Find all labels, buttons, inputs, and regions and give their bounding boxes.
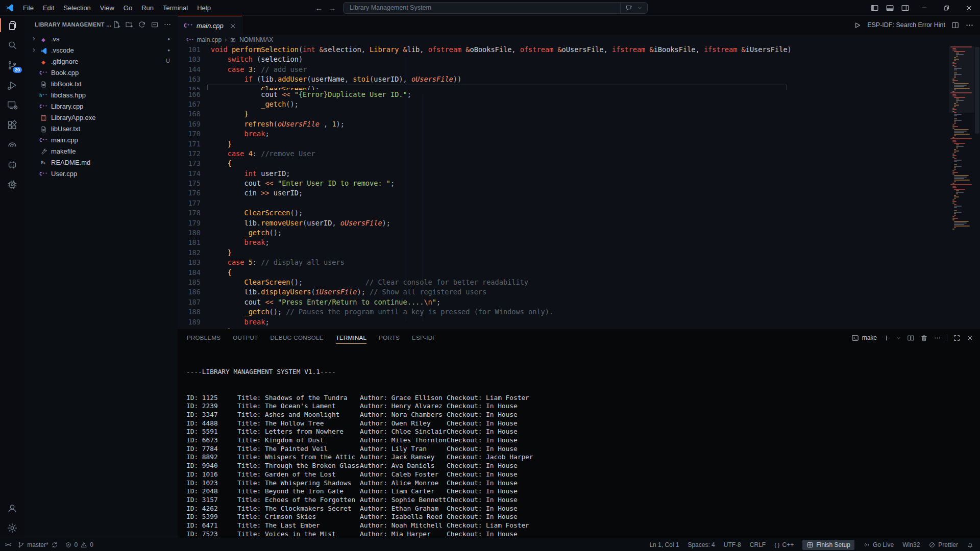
tree-item-user.cpp[interactable]: C⁺⁺User.cpp [24,168,178,180]
code-editor[interactable]: 101void performSelection(int &selection,… [178,45,950,332]
code-line-171[interactable]: 171 } [178,139,950,149]
tree-item-library.cpp[interactable]: C⁺⁺Library.cpp [24,101,178,112]
breadcrumb-symbol[interactable]: NOMINMAX [239,36,273,43]
menu-item-view[interactable]: View [95,1,119,15]
explorer-section-title[interactable]: LIBRARY MANAGEMENT ... [35,21,111,28]
panel-tab-esp-idf[interactable]: ESP-IDF [412,333,436,343]
close-panel-button[interactable] [966,334,974,342]
terminal-more-actions-button[interactable] [934,334,941,342]
new-terminal-button[interactable] [883,334,890,342]
remote-indicator[interactable]: >< [5,541,11,548]
code-line-169[interactable]: 169 refresh(oUsersFile , 1); [178,119,950,129]
terminal-instance[interactable]: make [851,334,877,342]
code-line-179[interactable]: 179 lib.removeUser(userID, oUsersFile); [178,218,950,228]
new-folder-icon[interactable] [125,20,133,29]
refresh-explorer-icon[interactable] [138,20,146,29]
split-editor-icon[interactable] [951,21,960,30]
tree-item-libclass.hpp[interactable]: h⁺⁺libclass.hpp [24,90,178,101]
activity-remote-explorer-icon[interactable] [0,95,24,115]
panel-tab-terminal[interactable]: TERMINAL [336,333,367,343]
code-line-176[interactable]: 176 cin >> userID; [178,188,950,198]
status-cursor-position[interactable]: Ln 1, Col 1 [649,541,679,548]
status-notifications[interactable] [967,541,974,548]
more-actions-icon[interactable] [163,20,172,29]
code-line-184[interactable]: 184 { [178,268,950,278]
activity-search-icon[interactable] [0,35,24,55]
activity-esp-idf-icon[interactable] [0,174,24,194]
back-button[interactable]: ← [312,4,326,12]
status-prettier[interactable]: Prettier [928,541,958,548]
tree-item-libbook.txt[interactable]: libBook.txt [24,79,178,90]
code-line-182[interactable]: 182 } [178,248,950,258]
code-line-175[interactable]: 175 cout << "Enter User ID to remove: "; [178,179,950,188]
editor-scrollbar[interactable] [974,45,980,329]
code-line-167[interactable]: 167 _getch(); [178,99,950,109]
code-line-181[interactable]: 181 break; [178,238,950,247]
maximize-panel-button[interactable] [953,334,961,342]
code-line-170[interactable]: 170 break; [178,129,950,139]
tree-item-vs[interactable]: ›◆.vs● [24,34,178,45]
code-line-172[interactable]: 172 case 4: //remove User [178,149,950,159]
code-line-163[interactable]: 163 if (lib.addUser(userName, stoi(userI… [178,74,950,84]
code-line-144[interactable]: 144 case 3: // add user [178,65,950,74]
restore-button[interactable] [935,0,958,15]
activity-accounts-icon[interactable] [0,498,24,518]
menu-item-help[interactable]: Help [192,1,215,15]
code-line-183[interactable]: 183 case 5: // display all users [178,258,950,267]
split-terminal-button[interactable] [907,334,915,342]
code-line-188[interactable]: 188 _getch(); // Pauses the program unti… [178,307,950,317]
minimap[interactable] [950,46,973,230]
collapse-folders-icon[interactable] [151,20,159,29]
forward-button[interactable]: → [326,4,339,12]
minimize-button[interactable] [913,0,935,15]
activity-robot-extension-icon[interactable] [0,155,24,174]
activity-settings-icon[interactable] [0,518,24,538]
terminal-dropdown-button[interactable] [896,335,901,341]
panel-tab-debug-console[interactable]: DEBUG CONSOLE [270,333,323,343]
editor-more-actions-icon[interactable] [965,21,974,30]
code-line-174[interactable]: 174 int userID; [178,169,950,179]
breadcrumb-file[interactable]: main.cpp [197,36,222,43]
code-line-173[interactable]: 173 { [178,159,950,168]
copilot-icon[interactable] [625,4,633,12]
git-branch-status[interactable]: master* [17,541,58,548]
code-line-186[interactable]: 186 lib.displayUsers(iUsersFile); // Sho… [178,287,950,297]
chevron-down-icon[interactable] [637,5,643,11]
scrollbar-thumb[interactable] [975,47,979,134]
menu-item-terminal[interactable]: Terminal [158,1,192,15]
tree-item-libuser.txt[interactable]: libUser.txt [24,123,178,135]
code-line-178[interactable]: 178 ClearScreen(); [178,208,950,218]
toggle-sidebar-icon[interactable] [870,4,879,12]
status-finish-setup[interactable]: Finish Setup [802,540,854,550]
kill-terminal-button[interactable] [920,334,928,342]
code-line-177[interactable]: 177 [178,198,950,208]
code-line-168[interactable]: 168 } [178,109,950,119]
panel-tab-ports[interactable]: PORTS [379,333,400,343]
toggle-panel-icon[interactable] [886,4,894,12]
menu-item-selection[interactable]: Selection [59,1,95,15]
menu-item-run[interactable]: Run [137,1,158,15]
toggle-secondary-sidebar-icon[interactable] [901,4,910,12]
code-line-103[interactable]: 103 switch (selection) [178,55,950,64]
problems-status[interactable]: 0 0 [65,541,93,548]
panel-tab-output[interactable]: OUTPUT [233,333,258,343]
code-line-166[interactable]: 166 cout << "{Error}Duplicate User ID."; [178,90,950,99]
code-line-180[interactable]: 180 _getch(); [178,228,950,238]
code-line-101[interactable]: 101void performSelection(int &selection,… [178,45,950,55]
menu-item-file[interactable]: File [18,1,38,15]
activity-wave-extension-icon[interactable] [0,135,24,155]
activity-extensions-icon[interactable] [0,115,24,135]
status-encoding[interactable]: UTF-8 [724,541,741,548]
code-line-189[interactable]: 189 break; [178,317,950,327]
tree-item-vscode[interactable]: ›.vscode● [24,45,178,56]
terminal-output[interactable]: ----LIBRARY MANAGEMENT SYSTEM V1.1---- I… [178,346,980,538]
status-platform[interactable]: Win32 [902,541,920,548]
code-line-165[interactable]: 165 ClearScreen(); [178,85,950,90]
code-line-187[interactable]: 187 cout << "Press Enter/Return to conti… [178,297,950,307]
activity-source-control-icon[interactable]: 20 [0,55,24,75]
tree-item-readme.md[interactable]: M↓README.md [24,157,178,168]
activity-run-and-debug-icon[interactable] [0,75,24,95]
menu-item-edit[interactable]: Edit [38,1,59,15]
status-go-live[interactable]: Go Live [863,541,894,548]
status-eol[interactable]: CRLF [750,541,766,548]
